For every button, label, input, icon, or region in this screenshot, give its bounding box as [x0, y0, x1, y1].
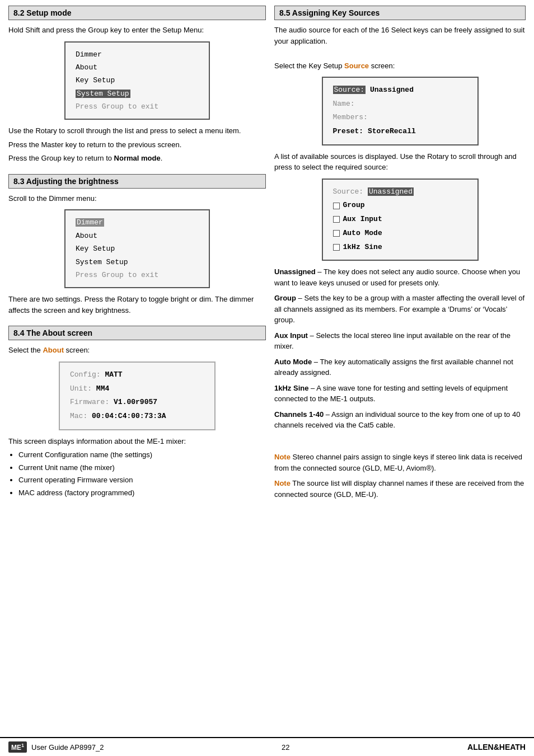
badge-super: 1 — [21, 743, 24, 748]
checkbox-1khz — [333, 244, 340, 251]
section-84: 8.4 The About screen Select the About sc… — [8, 326, 266, 498]
bullet-4: MAC address (factory programmed) — [18, 487, 266, 499]
source-list-group: Group — [333, 199, 467, 213]
desc-unassigned: Unassigned – The key does not select any… — [274, 266, 526, 288]
bullet-1: Current Configuration name (the settings… — [18, 449, 266, 461]
left-column: 8.2 Setup mode Hold Shift and press the … — [8, 6, 266, 731]
section-82-menu: Dimmer About Key Setup System Setup Pres… — [64, 41, 210, 120]
section-82-header: 8.2 Setup mode — [8, 6, 266, 20]
section-85-source-box: Source: Unassigned Name: Members: Preset… — [322, 77, 479, 145]
about-firmware: Firmware: V1.00r9057 — [70, 396, 204, 410]
section-84-header: 8.4 The About screen — [8, 326, 266, 340]
menu-item-about: About — [76, 61, 199, 74]
section-84-about-box: Config: MATT Unit: MM4 Firmware: V1.00r9… — [59, 361, 216, 430]
desc-group: Group – Sets the key to be a group with … — [274, 293, 526, 326]
section-85-header: 8.5 Assigning Key Sources — [274, 6, 526, 20]
note-1: Note Stereo channel pairs assign to sing… — [274, 452, 526, 473]
desc-1khz: 1kHz Sine – A sine wave tone for testing… — [274, 383, 526, 405]
section-82: 8.2 Setup mode Hold Shift and press the … — [8, 6, 266, 164]
desc-channels: Channels 1-40 – Assign an individual sou… — [274, 409, 526, 431]
me1-badge: ME1 — [8, 741, 27, 753]
source-list-automode: Auto Mode — [333, 227, 467, 241]
menu-item-systemsetup-83: System Setup — [76, 256, 199, 269]
about-mac: Mac: 00:04:C4:00:73:3A — [70, 410, 204, 424]
section-83-body: Scroll to the Dimmer menu: Dimmer About … — [8, 193, 266, 316]
footer-brand: ALLEN&HEATH — [467, 743, 526, 752]
menu-item-dimmer: Dimmer — [76, 48, 199, 61]
desc-automode: Auto Mode – The key automatically assign… — [274, 356, 526, 378]
footer-page-number: 22 — [282, 743, 289, 752]
menu-item-dimmer-selected: Dimmer — [76, 216, 199, 229]
checkbox-automode — [333, 230, 340, 237]
menu-item-keysetup: Key Setup — [76, 74, 199, 87]
source-list-aux: Aux Input — [333, 213, 467, 227]
source-list-source-label: Source: Unassigned — [333, 185, 467, 199]
bullet-2: Current Unit name (the mixer) — [18, 462, 266, 473]
source-row-source: Source: Unassigned — [333, 83, 467, 97]
note-2: Note The source list will display channe… — [274, 478, 526, 500]
menu-item-pressgroup-83: Press Group to exit — [76, 269, 199, 281]
right-column: 8.5 Assigning Key Sources The audio sour… — [274, 6, 526, 731]
section-83-menu: Dimmer About Key Setup System Setup Pres… — [64, 209, 210, 288]
menu-item-pressgroup: Press Group to exit — [76, 100, 199, 113]
section-84-bullets: Current Configuration name (the settings… — [18, 449, 266, 498]
page: 8.2 Setup mode Hold Shift and press the … — [0, 0, 534, 756]
section-83: 8.3 Adjusting the brightness Scroll to t… — [8, 174, 266, 316]
main-content: 8.2 Setup mode Hold Shift and press the … — [0, 0, 534, 737]
footer-guide-text: User Guide AP8997_2 — [31, 743, 104, 752]
section-82-body: Hold Shift and press the Group key to en… — [8, 25, 266, 164]
section-85-notes: Note Stereo channel pairs assign to sing… — [274, 452, 526, 500]
section-83-header: 8.3 Adjusting the brightness — [8, 174, 266, 189]
section-85-source-list: Source: Unassigned Group Aux Input Auto … — [322, 179, 479, 261]
source-row-name: Name: — [333, 97, 467, 111]
menu-item-systemsetup: System Setup — [76, 87, 199, 100]
footer-left: ME1 User Guide AP8997_2 — [8, 741, 104, 753]
checkbox-group — [333, 203, 340, 209]
checkbox-aux — [333, 216, 340, 223]
section-84-body: Select the About screen: Config: MATT Un… — [8, 345, 266, 498]
about-config: Config: MATT — [70, 368, 204, 382]
section-85-body: The audio source for each of the 16 Sele… — [274, 25, 526, 500]
section-85-descriptions: Unassigned – The key does not select any… — [274, 266, 526, 431]
section-85: 8.5 Assigning Key Sources The audio sour… — [274, 6, 526, 500]
desc-aux: Aux Input – Selects the local stereo lin… — [274, 330, 526, 352]
source-list-1khz: 1kHz Sine — [333, 241, 467, 255]
menu-item-keysetup-83: Key Setup — [76, 242, 199, 255]
about-unit: Unit: MM4 — [70, 382, 204, 396]
menu-item-about-83: About — [76, 229, 199, 242]
bullet-3: Current operating Firmware version — [18, 475, 266, 486]
footer: ME1 User Guide AP8997_2 22 ALLEN&HEATH — [0, 737, 534, 756]
source-row-members: Members: — [333, 111, 467, 125]
source-row-preset: Preset: StoreRecall — [333, 125, 467, 139]
